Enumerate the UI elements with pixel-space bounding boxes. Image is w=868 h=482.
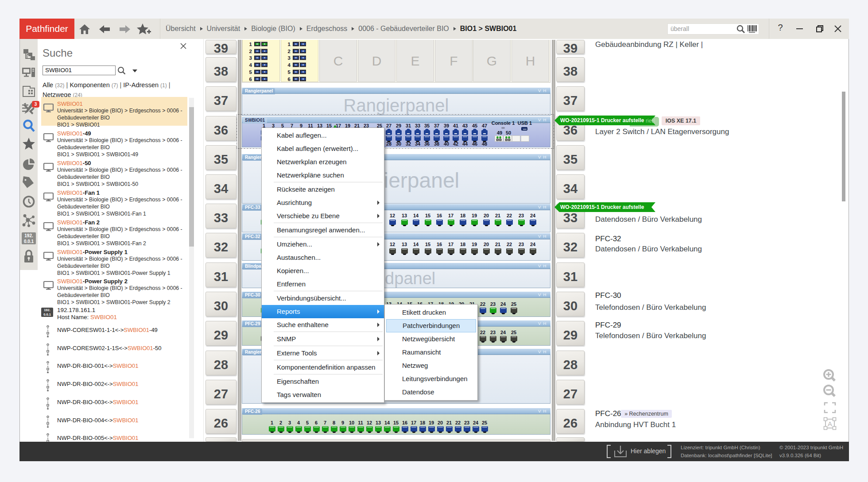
svg-text:A: A — [828, 420, 832, 428]
